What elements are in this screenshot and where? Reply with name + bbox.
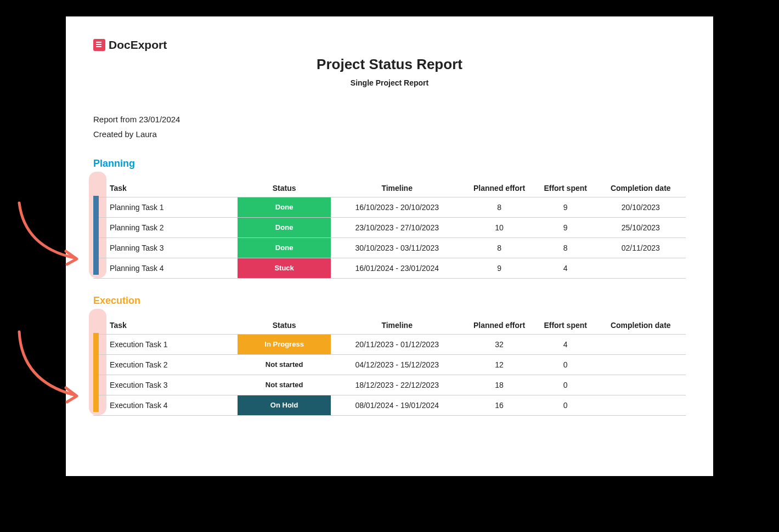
cell-planned: 8 (463, 197, 535, 218)
cell-status: Stuck (238, 258, 331, 279)
docexport-icon (93, 39, 105, 51)
section-title: Planning (93, 158, 686, 169)
table-wrap: TaskStatusTimelinePlanned effortEffort s… (93, 179, 686, 279)
cell-completion: 20/10/2023 (595, 197, 686, 218)
cell-completion: 25/10/2023 (595, 218, 686, 238)
side-stripe (93, 196, 99, 275)
cell-task: Planning Task 3 (93, 238, 238, 258)
cell-spent: 9 (535, 218, 596, 238)
cell-planned: 32 (463, 335, 535, 355)
cell-task: Execution Task 2 (93, 355, 238, 375)
annotation-arrow-icon (14, 197, 91, 263)
status-badge: Done (238, 238, 331, 258)
cell-spent: 4 (535, 335, 596, 355)
cell-timeline: 18/12/2023 - 22/12/2023 (331, 375, 463, 395)
cell-task: Planning Task 2 (93, 218, 238, 238)
cell-timeline: 20/11/2023 - 01/12/2023 (331, 335, 463, 355)
page-subtitle: Single Project Report (93, 78, 686, 87)
table-row: Execution Task 4On Hold08/01/2024 - 19/0… (93, 395, 686, 416)
cell-completion (595, 395, 686, 416)
table-row: Planning Task 2Done23/10/2023 - 27/10/20… (93, 218, 686, 238)
cell-task: Planning Task 1 (93, 197, 238, 218)
table-row: Planning Task 3Done30/10/2023 - 03/11/20… (93, 238, 686, 258)
table-row: Execution Task 1In Progress20/11/2023 - … (93, 335, 686, 355)
status-badge: Done (238, 218, 331, 237)
status-badge: In Progress (238, 335, 331, 354)
table-row: Planning Task 4Stuck16/01/2024 - 23/01/2… (93, 258, 686, 279)
table-row: Execution Task 3Not started18/12/2023 - … (93, 375, 686, 395)
column-header: Task (93, 316, 238, 335)
cell-completion (595, 258, 686, 279)
table-row: Execution Task 2Not started04/12/2023 - … (93, 355, 686, 375)
cell-planned: 16 (463, 395, 535, 416)
cell-spent: 4 (535, 258, 596, 279)
side-stripe (93, 333, 99, 412)
cell-status: Done (238, 218, 331, 238)
column-header: Planned effort (463, 316, 535, 335)
cell-status: Not started (238, 375, 331, 395)
cell-planned: 12 (463, 355, 535, 375)
column-header: Effort spent (535, 316, 596, 335)
cell-planned: 10 (463, 218, 535, 238)
cell-spent: 0 (535, 375, 596, 395)
cell-task: Execution Task 4 (93, 395, 238, 416)
cell-spent: 0 (535, 395, 596, 416)
annotation-arrow-icon (14, 326, 91, 392)
cell-status: On Hold (238, 395, 331, 416)
cell-timeline: 30/10/2023 - 03/11/2023 (331, 238, 463, 258)
cell-planned: 18 (463, 375, 535, 395)
column-header: Completion date (595, 179, 686, 197)
cell-timeline: 08/01/2024 - 19/01/2024 (331, 395, 463, 416)
brand-name: DocExport (109, 38, 167, 52)
column-header: Task (93, 179, 238, 197)
cell-status: Done (238, 197, 331, 218)
column-header: Effort spent (535, 179, 596, 197)
brand-logo: DocExport (93, 38, 686, 52)
cell-task: Execution Task 3 (93, 375, 238, 395)
cell-planned: 8 (463, 238, 535, 258)
status-table: TaskStatusTimelinePlanned effortEffort s… (93, 179, 686, 279)
column-header: Timeline (331, 316, 463, 335)
cell-completion (595, 375, 686, 395)
cell-completion (595, 355, 686, 375)
cell-completion: 02/11/2023 (595, 238, 686, 258)
status-badge: Done (238, 197, 331, 217)
status-table: TaskStatusTimelinePlanned effortEffort s… (93, 316, 686, 416)
column-header: Timeline (331, 179, 463, 197)
cell-status: In Progress (238, 335, 331, 355)
cell-task: Execution Task 1 (93, 335, 238, 355)
report-author: Created by Laura (93, 127, 686, 142)
cell-timeline: 04/12/2023 - 15/12/2023 (331, 355, 463, 375)
column-header: Status (238, 316, 331, 335)
cell-status: Not started (238, 355, 331, 375)
page-title: Project Status Report (93, 56, 686, 73)
table-row: Planning Task 1Done16/10/2023 - 20/10/20… (93, 197, 686, 218)
cell-completion (595, 335, 686, 355)
cell-spent: 0 (535, 355, 596, 375)
cell-spent: 8 (535, 238, 596, 258)
cell-status: Done (238, 238, 331, 258)
cell-timeline: 23/10/2023 - 27/10/2023 (331, 218, 463, 238)
column-header: Completion date (595, 316, 686, 335)
status-badge: On Hold (238, 395, 331, 415)
status-badge: Stuck (238, 258, 331, 278)
report-meta: Report from 23/01/2024 Created by Laura (93, 112, 686, 142)
column-header: Status (238, 179, 331, 197)
cell-timeline: 16/01/2024 - 23/01/2024 (331, 258, 463, 279)
cell-planned: 9 (463, 258, 535, 279)
cell-timeline: 16/10/2023 - 20/10/2023 (331, 197, 463, 218)
table-wrap: TaskStatusTimelinePlanned effortEffort s… (93, 316, 686, 416)
cell-spent: 9 (535, 197, 596, 218)
column-header: Planned effort (463, 179, 535, 197)
cell-task: Planning Task 4 (93, 258, 238, 279)
report-date: Report from 23/01/2024 (93, 112, 686, 127)
status-badge: Not started (238, 375, 331, 395)
section-title: Execution (93, 295, 686, 307)
status-badge: Not started (238, 355, 331, 375)
report-page: DocExport Project Status Report Single P… (66, 16, 713, 476)
